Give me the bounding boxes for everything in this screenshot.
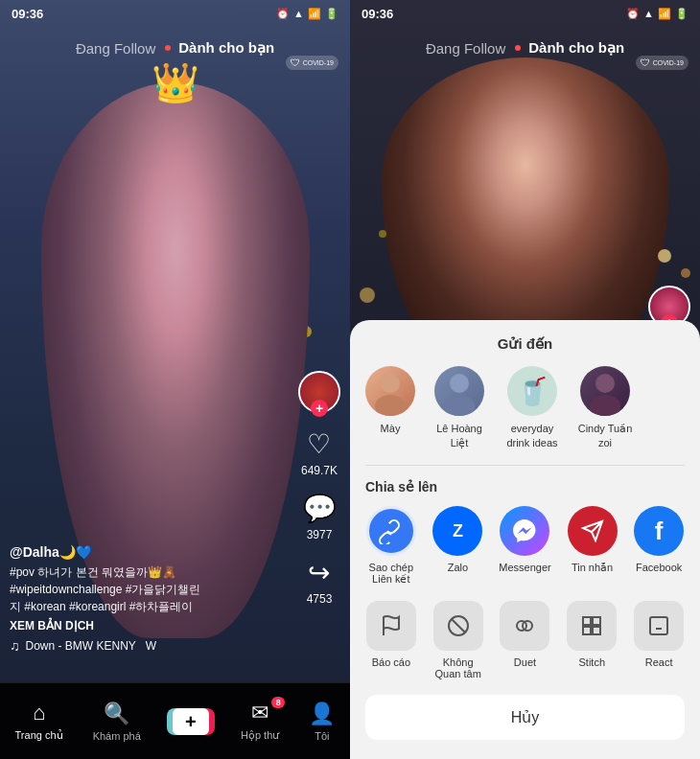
- share-divider: [365, 465, 685, 466]
- copy-link-icon-bg: [366, 506, 416, 556]
- home-label: Trang chủ: [15, 729, 63, 742]
- inbox-icon: ✉: [251, 701, 268, 725]
- contact-name-le: Lê Hoàng Liệt: [431, 422, 488, 449]
- xem-dich-button[interactable]: XEM BẢN DỊCH: [10, 619, 292, 632]
- khong-quan-tam-icon: [433, 601, 483, 651]
- messenger-label: Messenger: [499, 562, 550, 573]
- svg-point-1: [375, 395, 406, 416]
- tin-nhan-label: Tin nhắn: [572, 562, 613, 574]
- caption-line1: #pov 하녀가 본건 뭐였을까👑🧸: [10, 565, 176, 579]
- bokeh-right-2: [681, 268, 690, 278]
- share-tin-nhan[interactable]: Tin nhắn: [567, 506, 618, 586]
- comment-button-left[interactable]: 💬 3977: [303, 493, 337, 541]
- svg-point-3: [444, 395, 475, 416]
- action-khong-quan-tam[interactable]: KhôngQuan tâm: [432, 601, 484, 679]
- action-duet[interactable]: Duet: [500, 601, 551, 679]
- action-react[interactable]: React: [633, 601, 685, 679]
- svg-point-0: [381, 374, 400, 393]
- music-text: Down - BMW KENNY W: [26, 639, 156, 653]
- create-button[interactable]: +: [171, 708, 211, 735]
- caption-line2: #wipeitdownchallenge #가을닭기챌린: [10, 583, 200, 596]
- status-icons-right: ⏰ ▲ 📶 🔋: [626, 8, 688, 20]
- share-sheet: Gửi đến Mày Lê Hoàng Liệt 🥤 everyday dri…: [350, 320, 700, 759]
- inbox-badge-count: 8: [271, 697, 285, 708]
- messenger-icon-bg: [500, 506, 549, 556]
- heart-icon: ♡: [307, 428, 331, 460]
- battery-icon: 🔋: [325, 8, 338, 20]
- share-messenger[interactable]: Messenger: [499, 506, 550, 586]
- contact-everyday[interactable]: 🥤 everyday drink ideas: [503, 366, 561, 449]
- nav-dot-left: [165, 45, 171, 51]
- share-facebook[interactable]: f Facebook: [633, 506, 685, 586]
- nav-search[interactable]: 🔍 Khám phá: [93, 702, 141, 742]
- share-copy-link[interactable]: Sao chépLiên kết: [365, 506, 417, 586]
- contact-name-may: Mày: [381, 422, 401, 435]
- contact-avatar-cindy: [580, 366, 630, 416]
- status-time-left: 09:36: [12, 7, 43, 21]
- nav-create[interactable]: +: [171, 708, 211, 735]
- contact-cindy[interactable]: Cindy Tuần zoi: [576, 366, 634, 449]
- plus-btn-inner: +: [173, 708, 209, 735]
- caption-line3: 지 #korean #koreangirl #하차플레이: [10, 600, 193, 613]
- facebook-label: Facebook: [636, 562, 682, 573]
- signal-icon-r: ▲: [643, 8, 654, 19]
- tab-following-left[interactable]: Đang Follow: [76, 40, 155, 57]
- comment-count-left: 3977: [307, 528, 333, 541]
- react-icon: [634, 601, 684, 651]
- inbox-label: Hộp thư: [241, 729, 279, 742]
- nav-home[interactable]: ⌂ Trang chủ: [15, 701, 63, 742]
- share-button-left[interactable]: ↪ 4753: [307, 557, 333, 606]
- search-icon-nav: 🔍: [104, 702, 129, 726]
- wifi-icon: 📶: [308, 8, 321, 20]
- bokeh-right-1: [658, 249, 671, 263]
- svg-rect-13: [583, 627, 591, 634]
- react-label: React: [645, 656, 673, 668]
- contact-may[interactable]: Mày: [365, 366, 415, 449]
- alarm-icon: ⏰: [276, 8, 290, 20]
- person-shape-right: [382, 58, 669, 364]
- facebook-f-letter: f: [655, 517, 664, 546]
- profile-icon-nav: 👤: [309, 702, 335, 726]
- stitch-label: Stitch: [579, 656, 606, 668]
- nav-inbox[interactable]: ✉ 8 Hộp thư: [241, 701, 279, 742]
- svg-point-2: [450, 374, 469, 393]
- share-count-left: 4753: [307, 592, 333, 606]
- svg-point-4: [595, 374, 615, 393]
- action-stitch[interactable]: Stitch: [566, 601, 618, 679]
- tab-foryou-left[interactable]: Dành cho bạn: [178, 39, 274, 57]
- battery-icon-r: 🔋: [675, 8, 688, 20]
- profile-label: Tôi: [315, 730, 329, 742]
- like-button-left[interactable]: ♡ 649.7K: [301, 428, 338, 477]
- contact-le-hoang-liet[interactable]: Lê Hoàng Liệt: [431, 366, 488, 449]
- tab-following-right[interactable]: Đang Follow: [426, 40, 505, 57]
- bao-cao-label: Báo cáo: [372, 656, 410, 668]
- bokeh-right-3: [379, 230, 386, 238]
- like-count-left: 649.7K: [301, 464, 338, 477]
- top-nav-right: Đang Follow Dành cho bạn 🛡 COVID-19: [350, 27, 700, 69]
- crown-decoration: 👑: [137, 63, 214, 102]
- video-info-left: @Dalha🌙💙 #pov 하녀가 본건 뭐였을까👑🧸 #wipeitdownc…: [10, 544, 292, 654]
- music-icon: ♫: [10, 638, 20, 654]
- share-zalo[interactable]: Z Zalo: [432, 506, 484, 586]
- share-to-header: Chia sẻ lên: [350, 479, 700, 494]
- bao-cao-icon: [366, 601, 416, 651]
- nav-profile[interactable]: 👤 Tôi: [309, 702, 335, 742]
- covid-text-right: COVID-19: [653, 59, 684, 66]
- home-icon: ⌂: [33, 701, 45, 725]
- share-send-to-header: Gửi đến: [350, 335, 700, 353]
- top-nav-left: Đang Follow Dành cho bạn 🛡 COVID-19: [0, 27, 350, 69]
- video-username[interactable]: @Dalha🌙💙: [10, 544, 292, 560]
- bottom-nav-left: ⌂ Trang chủ 🔍 Khám phá + ✉ 8 Hộp thư 👤 T…: [0, 682, 350, 759]
- action-buttons-left: + ♡ 649.7K 💬 3977 ↪ 4753: [298, 371, 340, 606]
- svg-rect-14: [593, 627, 600, 634]
- contact-avatar-le: [434, 366, 484, 416]
- share-apps-row: Sao chépLiên kết Z Zalo Messenger: [350, 506, 700, 586]
- creator-avatar-left[interactable]: +: [298, 371, 340, 413]
- plus-icon: +: [185, 712, 197, 731]
- music-info: ♫ Down - BMW KENNY W: [10, 638, 292, 654]
- tab-foryou-right[interactable]: Dành cho bạn: [528, 39, 624, 57]
- cancel-button[interactable]: Hủy: [365, 695, 685, 740]
- follow-plus-badge[interactable]: +: [311, 400, 328, 417]
- action-bao-cao[interactable]: Báo cáo: [365, 601, 417, 679]
- covid-text-left: COVID-19: [303, 59, 334, 66]
